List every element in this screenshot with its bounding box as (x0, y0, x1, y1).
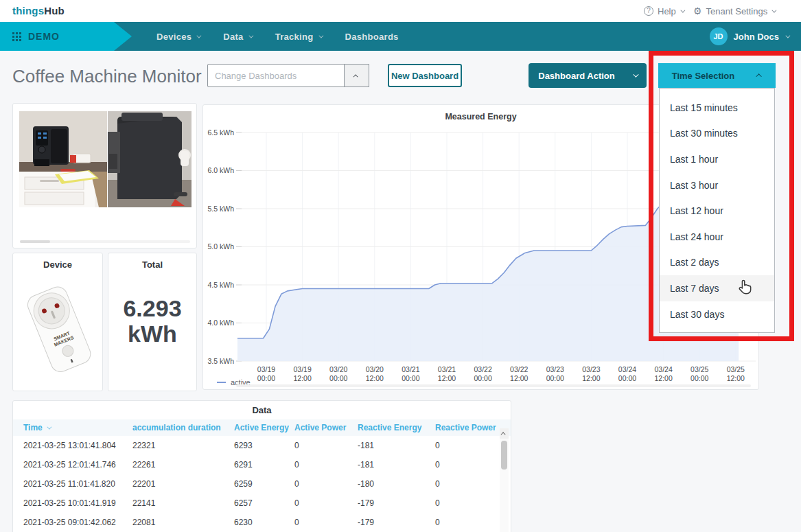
table-cell: 2021-03-25 10:01:41.919 (23, 498, 132, 508)
time-option-last-7-days[interactable]: Last 7 days (660, 275, 774, 301)
table-cell: 0 (294, 498, 358, 508)
column-header-label: Active Power (294, 423, 346, 432)
time-option-last-12-hour[interactable]: Last 12 hour (660, 198, 774, 224)
svg-text:03/19: 03/19 (257, 365, 275, 373)
svg-text:00:00: 00:00 (690, 374, 708, 382)
help-label: Help (658, 6, 676, 16)
logo-hub: Hub (44, 5, 65, 16)
table-cell: -179 (358, 518, 435, 527)
help-menu[interactable]: ? Help (644, 0, 684, 22)
time-option-last-30-minutes[interactable]: Last 30 minutes (660, 121, 774, 147)
table-cell: 0 (294, 460, 358, 470)
chart-hscrollbar[interactable] (236, 384, 751, 387)
column-header-active-power[interactable]: Active Power (294, 423, 358, 432)
column-header-label: Reactive Power (435, 423, 496, 432)
nav-item-label: Tracking (275, 32, 314, 42)
coffee-machine-photos-panel (12, 103, 197, 248)
table-cell: 0 (294, 518, 358, 527)
table-cell: -181 (358, 460, 435, 470)
table-row[interactable]: 2021-03-25 13:01:41.8042232162930-1810 (13, 436, 511, 455)
time-option-last-2-days[interactable]: Last 2 days (660, 250, 774, 276)
svg-text:12:00: 12:00 (510, 374, 528, 382)
svg-text:00:00: 00:00 (618, 374, 636, 382)
column-header-active-energy[interactable]: Active Energy (234, 423, 294, 432)
time-selection-dropdown: Last 15 minutesLast 30 minutesLast 1 hou… (659, 88, 775, 333)
chevron-up-icon (353, 74, 358, 79)
table-cell: 2021-03-25 13:01:41.804 (23, 441, 132, 450)
svg-text:6.5 kWh: 6.5 kWh (207, 128, 234, 137)
svg-text:00:00: 00:00 (474, 374, 491, 382)
top-bar: thingsHub ? Help ⚙ Tenant Settings (0, 0, 801, 22)
table-cell: 2021-03-25 12:01:41.746 (23, 460, 132, 470)
svg-text:12:00: 12:00 (366, 374, 384, 382)
time-option-last-1-hour[interactable]: Last 1 hour (660, 146, 774, 172)
svg-text:12:00: 12:00 (582, 374, 600, 382)
column-header-reactive-energy[interactable]: Reactive Energy (358, 423, 435, 432)
column-header-label: Reactive Energy (358, 423, 421, 432)
svg-text:00:00: 00:00 (257, 374, 275, 382)
table-row[interactable]: 2021-03-25 09:01:42.0622208162300-1790 (13, 513, 511, 532)
change-dashboards-toggle[interactable] (344, 64, 369, 87)
main-nav: DEMO DevicesDataTrackingDashboards JD Jo… (0, 22, 801, 51)
chevron-down-icon (197, 33, 202, 38)
help-icon: ? (644, 6, 653, 16)
svg-text:03/21: 03/21 (438, 365, 456, 373)
table-cell: 0 (294, 479, 358, 489)
column-header-time[interactable]: Time (23, 423, 132, 432)
svg-text:03/24: 03/24 (618, 365, 636, 373)
scroll-up-button[interactable] (500, 428, 509, 439)
app-logo[interactable]: thingsHub (12, 5, 65, 16)
svg-text:5.5 kWh: 5.5 kWh (207, 205, 234, 213)
user-name: John Docs (734, 32, 779, 42)
svg-text:03/21: 03/21 (402, 365, 419, 373)
table-vscrollbar[interactable] (500, 428, 509, 532)
nav-item-tracking[interactable]: Tracking (275, 32, 322, 42)
time-option-last-15-minutes[interactable]: Last 15 minutes (660, 95, 774, 121)
chevron-down-icon (248, 33, 253, 38)
time-selection-button[interactable]: Time Selection (658, 63, 776, 88)
tenant-settings-menu[interactable]: ⚙ Tenant Settings (693, 0, 775, 22)
table-cell: -180 (358, 479, 435, 489)
new-dashboard-button[interactable]: New Dashboard (388, 64, 462, 87)
time-option-last-24-hour[interactable]: Last 24 hour (660, 224, 774, 250)
user-menu[interactable]: JD John Docs (710, 22, 789, 51)
nav-items: DevicesDataTrackingDashboards (156, 22, 399, 51)
table-row[interactable]: 2021-03-25 11:01:41.8202220162590-1800 (13, 474, 511, 494)
svg-text:03/19: 03/19 (293, 365, 311, 373)
legend-line-swatch (217, 382, 226, 383)
avatar: JD (710, 27, 728, 45)
svg-text:3.5 kWh: 3.5 kWh (207, 357, 234, 365)
change-dashboards-input[interactable] (207, 64, 345, 87)
time-option-last-30-days[interactable]: Last 30 days (660, 301, 774, 327)
nav-item-dashboards[interactable]: Dashboards (345, 32, 399, 42)
chevron-down-icon (318, 33, 323, 38)
nav-item-data[interactable]: Data (223, 32, 251, 42)
apps-grid-icon (12, 32, 21, 41)
column-header-label: Time (23, 423, 43, 432)
dashboard-action-button[interactable]: Dashboard Action (529, 63, 647, 88)
table-row[interactable]: 2021-03-25 10:01:41.9192214162570-1790 (13, 494, 511, 513)
svg-text:03/24: 03/24 (654, 365, 672, 373)
column-header-label: accumulation duration (132, 423, 221, 432)
svg-text:03/23: 03/23 (546, 365, 564, 373)
time-option-last-3-hour[interactable]: Last 3 hour (660, 172, 774, 198)
svg-text:03/25: 03/25 (727, 365, 745, 373)
svg-text:03/20: 03/20 (329, 365, 347, 373)
tenant-switcher[interactable]: DEMO (0, 22, 132, 51)
svg-text:00:00: 00:00 (402, 374, 419, 382)
nav-item-devices[interactable]: Devices (156, 32, 200, 42)
svg-text:4.5 kWh: 4.5 kWh (207, 281, 234, 289)
table-cell: 6291 (234, 460, 294, 470)
photos-hscrollbar[interactable] (20, 240, 190, 243)
svg-text:12:00: 12:00 (654, 374, 672, 382)
nav-item-label: Devices (156, 32, 191, 42)
table-cell: 6293 (234, 441, 294, 450)
table-row[interactable]: 2021-03-25 12:01:41.7462226162910-1810 (13, 455, 511, 474)
svg-text:03/25: 03/25 (690, 365, 708, 373)
table-body: 2021-03-25 13:01:41.8042232162930-181020… (13, 436, 511, 532)
app-root: thingsHub ? Help ⚙ Tenant Settings DEMO … (0, 0, 801, 532)
table-title: Data (13, 401, 511, 415)
scroll-thumb[interactable] (501, 441, 507, 470)
total-panel-title: Total (108, 253, 196, 270)
column-header-accumulation-duration[interactable]: accumulation duration (132, 423, 234, 432)
